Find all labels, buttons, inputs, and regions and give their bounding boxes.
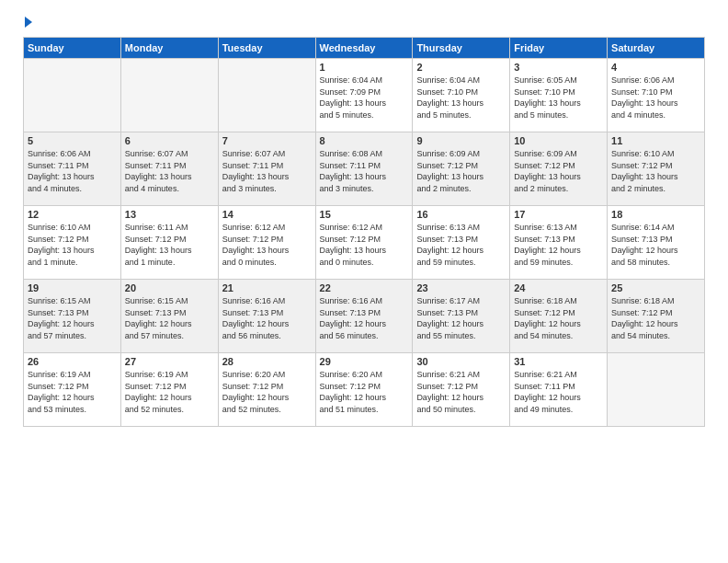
day-number: 25 <box>611 282 700 293</box>
logo-arrow-icon <box>25 17 32 28</box>
calendar-week-row: 19Sunrise: 6:15 AM Sunset: 7:13 PM Dayli… <box>24 280 705 353</box>
day-info: Sunrise: 6:10 AM Sunset: 7:12 PM Dayligh… <box>611 148 700 194</box>
calendar-cell: 11Sunrise: 6:10 AM Sunset: 7:12 PM Dayli… <box>608 132 705 206</box>
day-info: Sunrise: 6:18 AM Sunset: 7:12 PM Dayligh… <box>514 295 603 341</box>
weekday-header-thursday: Thursday <box>413 38 510 59</box>
day-info: Sunrise: 6:16 AM Sunset: 7:13 PM Dayligh… <box>320 295 409 341</box>
day-info: Sunrise: 6:16 AM Sunset: 7:13 PM Dayligh… <box>222 295 312 341</box>
calendar-cell: 10Sunrise: 6:09 AM Sunset: 7:12 PM Dayli… <box>510 132 608 206</box>
day-info: Sunrise: 6:07 AM Sunset: 7:11 PM Dayligh… <box>222 148 312 194</box>
calendar-cell: 18Sunrise: 6:14 AM Sunset: 7:13 PM Dayli… <box>608 206 705 280</box>
calendar-cell <box>24 59 121 132</box>
day-number: 23 <box>416 282 506 293</box>
calendar-cell: 2Sunrise: 6:04 AM Sunset: 7:10 PM Daylig… <box>413 59 510 132</box>
day-info: Sunrise: 6:04 AM Sunset: 7:10 PM Dayligh… <box>416 75 506 121</box>
day-info: Sunrise: 6:21 AM Sunset: 7:12 PM Dayligh… <box>416 369 506 415</box>
day-info: Sunrise: 6:09 AM Sunset: 7:12 PM Dayligh… <box>514 148 603 194</box>
calendar-cell: 17Sunrise: 6:13 AM Sunset: 7:13 PM Dayli… <box>510 206 608 280</box>
day-number: 13 <box>125 209 214 220</box>
day-info: Sunrise: 6:15 AM Sunset: 7:13 PM Dayligh… <box>125 295 214 341</box>
day-info: Sunrise: 6:06 AM Sunset: 7:11 PM Dayligh… <box>28 148 117 194</box>
weekday-header-sunday: Sunday <box>24 38 121 59</box>
day-info: Sunrise: 6:06 AM Sunset: 7:10 PM Dayligh… <box>611 75 700 121</box>
calendar-cell <box>218 59 315 132</box>
calendar-table: SundayMondayTuesdayWednesdayThursdayFrid… <box>23 37 705 427</box>
day-number: 22 <box>320 282 409 293</box>
day-info: Sunrise: 6:14 AM Sunset: 7:13 PM Dayligh… <box>611 222 700 268</box>
day-info: Sunrise: 6:20 AM Sunset: 7:12 PM Dayligh… <box>320 369 409 415</box>
day-number: 12 <box>28 209 117 220</box>
day-number: 11 <box>611 135 700 146</box>
calendar-cell: 9Sunrise: 6:09 AM Sunset: 7:12 PM Daylig… <box>413 132 510 206</box>
weekday-header-saturday: Saturday <box>608 38 705 59</box>
calendar-cell: 13Sunrise: 6:11 AM Sunset: 7:12 PM Dayli… <box>120 206 218 280</box>
day-number: 17 <box>514 209 603 220</box>
day-info: Sunrise: 6:07 AM Sunset: 7:11 PM Dayligh… <box>125 148 214 194</box>
calendar-cell: 20Sunrise: 6:15 AM Sunset: 7:13 PM Dayli… <box>120 280 218 353</box>
day-number: 31 <box>514 356 603 367</box>
day-info: Sunrise: 6:19 AM Sunset: 7:12 PM Dayligh… <box>28 369 117 415</box>
day-number: 10 <box>514 135 603 146</box>
calendar-cell: 1Sunrise: 6:04 AM Sunset: 7:09 PM Daylig… <box>315 59 413 132</box>
day-number: 2 <box>416 62 506 73</box>
calendar-cell: 31Sunrise: 6:21 AM Sunset: 7:11 PM Dayli… <box>510 353 608 427</box>
calendar-cell: 15Sunrise: 6:12 AM Sunset: 7:12 PM Dayli… <box>315 206 413 280</box>
calendar-week-row: 1Sunrise: 6:04 AM Sunset: 7:09 PM Daylig… <box>24 59 705 132</box>
day-number: 6 <box>125 135 214 146</box>
calendar-cell: 6Sunrise: 6:07 AM Sunset: 7:11 PM Daylig… <box>120 132 218 206</box>
day-number: 14 <box>222 209 312 220</box>
weekday-header-monday: Monday <box>120 38 218 59</box>
weekday-header-row: SundayMondayTuesdayWednesdayThursdayFrid… <box>24 38 705 59</box>
day-number: 4 <box>611 62 700 73</box>
day-info: Sunrise: 6:20 AM Sunset: 7:12 PM Dayligh… <box>222 369 312 415</box>
calendar-cell: 8Sunrise: 6:08 AM Sunset: 7:11 PM Daylig… <box>315 132 413 206</box>
day-number: 1 <box>320 62 409 73</box>
day-number: 8 <box>320 135 409 146</box>
weekday-header-tuesday: Tuesday <box>218 38 315 59</box>
calendar-cell: 3Sunrise: 6:05 AM Sunset: 7:10 PM Daylig… <box>510 59 608 132</box>
day-number: 27 <box>125 356 214 367</box>
day-number: 16 <box>416 209 506 220</box>
day-info: Sunrise: 6:05 AM Sunset: 7:10 PM Dayligh… <box>514 75 603 121</box>
day-number: 28 <box>222 356 312 367</box>
calendar-cell: 30Sunrise: 6:21 AM Sunset: 7:12 PM Dayli… <box>413 353 510 427</box>
calendar-cell: 21Sunrise: 6:16 AM Sunset: 7:13 PM Dayli… <box>218 280 315 353</box>
calendar-cell: 24Sunrise: 6:18 AM Sunset: 7:12 PM Dayli… <box>510 280 608 353</box>
calendar-cell: 12Sunrise: 6:10 AM Sunset: 7:12 PM Dayli… <box>24 206 121 280</box>
calendar-cell: 23Sunrise: 6:17 AM Sunset: 7:13 PM Dayli… <box>413 280 510 353</box>
day-info: Sunrise: 6:11 AM Sunset: 7:12 PM Dayligh… <box>125 222 214 268</box>
calendar-cell: 28Sunrise: 6:20 AM Sunset: 7:12 PM Dayli… <box>218 353 315 427</box>
calendar-cell: 5Sunrise: 6:06 AM Sunset: 7:11 PM Daylig… <box>24 132 121 206</box>
day-info: Sunrise: 6:18 AM Sunset: 7:12 PM Dayligh… <box>611 295 700 341</box>
day-number: 18 <box>611 209 700 220</box>
calendar-week-row: 12Sunrise: 6:10 AM Sunset: 7:12 PM Dayli… <box>24 206 705 280</box>
day-info: Sunrise: 6:10 AM Sunset: 7:12 PM Dayligh… <box>28 222 117 268</box>
day-number: 29 <box>320 356 409 367</box>
day-info: Sunrise: 6:04 AM Sunset: 7:09 PM Dayligh… <box>320 75 409 121</box>
day-info: Sunrise: 6:19 AM Sunset: 7:12 PM Dayligh… <box>125 369 214 415</box>
calendar-week-row: 5Sunrise: 6:06 AM Sunset: 7:11 PM Daylig… <box>24 132 705 206</box>
calendar-cell: 22Sunrise: 6:16 AM Sunset: 7:13 PM Dayli… <box>315 280 413 353</box>
header <box>23 18 705 28</box>
day-info: Sunrise: 6:12 AM Sunset: 7:12 PM Dayligh… <box>320 222 409 268</box>
day-number: 24 <box>514 282 603 293</box>
calendar-cell: 25Sunrise: 6:18 AM Sunset: 7:12 PM Dayli… <box>608 280 705 353</box>
calendar-cell: 29Sunrise: 6:20 AM Sunset: 7:12 PM Dayli… <box>315 353 413 427</box>
day-number: 15 <box>320 209 409 220</box>
day-number: 20 <box>125 282 214 293</box>
day-info: Sunrise: 6:15 AM Sunset: 7:13 PM Dayligh… <box>28 295 117 341</box>
calendar-cell <box>120 59 218 132</box>
calendar-cell: 7Sunrise: 6:07 AM Sunset: 7:11 PM Daylig… <box>218 132 315 206</box>
calendar-cell: 19Sunrise: 6:15 AM Sunset: 7:13 PM Dayli… <box>24 280 121 353</box>
day-info: Sunrise: 6:12 AM Sunset: 7:12 PM Dayligh… <box>222 222 312 268</box>
calendar-cell: 16Sunrise: 6:13 AM Sunset: 7:13 PM Dayli… <box>413 206 510 280</box>
day-number: 7 <box>222 135 312 146</box>
day-info: Sunrise: 6:13 AM Sunset: 7:13 PM Dayligh… <box>416 222 506 268</box>
calendar-cell <box>608 353 705 427</box>
day-number: 26 <box>28 356 117 367</box>
day-info: Sunrise: 6:09 AM Sunset: 7:12 PM Dayligh… <box>416 148 506 194</box>
day-info: Sunrise: 6:08 AM Sunset: 7:11 PM Dayligh… <box>320 148 409 194</box>
page: SundayMondayTuesdayWednesdayThursdayFrid… <box>0 0 728 563</box>
day-info: Sunrise: 6:13 AM Sunset: 7:13 PM Dayligh… <box>514 222 603 268</box>
calendar-cell: 26Sunrise: 6:19 AM Sunset: 7:12 PM Dayli… <box>24 353 121 427</box>
